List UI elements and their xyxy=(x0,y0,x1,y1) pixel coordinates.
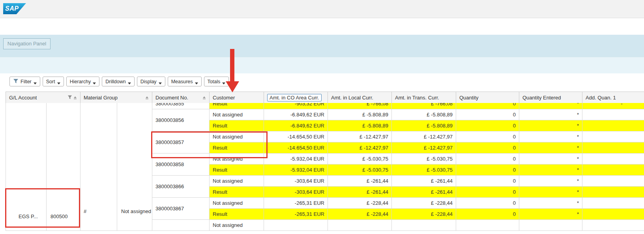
cell-quantity[interactable] xyxy=(456,220,519,231)
cell-quantity[interactable]: 0 xyxy=(456,142,519,154)
cell-document-no[interactable] xyxy=(152,220,210,231)
cell-amt-local[interactable]: £ -5.808,89 xyxy=(328,120,392,131)
cell-add-quan[interactable] xyxy=(582,131,644,142)
cell-quantity-entered[interactable]: * xyxy=(519,109,582,120)
cell-add-quan[interactable] xyxy=(582,209,644,220)
cell-quantity[interactable]: 0 xyxy=(456,187,519,198)
navigation-panel-button[interactable]: Navigation Panel xyxy=(3,38,51,49)
cell-amt-trans[interactable]: £ -5.030,75 xyxy=(392,165,456,176)
cell-gl-account-name[interactable]: EGS P... xyxy=(6,103,47,231)
cell-quantity-entered[interactable]: * xyxy=(519,209,582,220)
cell-document-no[interactable]: 3800003866 xyxy=(152,176,210,198)
cell-amt-co[interactable]: -14.654,50 EUR xyxy=(264,131,328,142)
cell-amt-trans[interactable]: £ -766,08 xyxy=(392,103,456,109)
hierarchy-button[interactable]: Hierarchy xyxy=(66,77,100,86)
filter-button[interactable]: Filter xyxy=(9,77,40,86)
cell-quantity-entered[interactable] xyxy=(519,220,582,231)
cell-quantity[interactable]: 0 xyxy=(456,120,519,131)
cell-add-quan[interactable] xyxy=(582,220,644,231)
cell-amt-co[interactable]: -14.654,50 EUR xyxy=(264,142,328,154)
cell-amt-co[interactable]: -265,31 EUR xyxy=(264,209,328,220)
cell-quantity[interactable]: 0 xyxy=(456,176,519,187)
cell-add-quan[interactable]: - xyxy=(582,103,644,109)
cell-add-quan[interactable] xyxy=(582,176,644,187)
cell-quantity[interactable]: 0 xyxy=(456,154,519,165)
cell-document-no[interactable]: 3800003858 xyxy=(152,154,210,176)
cell-quantity-entered[interactable]: * xyxy=(519,103,582,109)
cell-document-no[interactable]: 3800003857 xyxy=(152,131,210,154)
cell-amt-co[interactable]: -5.932,04 EUR xyxy=(264,165,328,176)
cell-document-no[interactable]: 3800003867 xyxy=(152,198,210,220)
cell-document-no[interactable]: 3800003855 xyxy=(152,103,210,109)
column-header-amt-local[interactable]: Amt. in Local Curr. xyxy=(328,92,392,103)
cell-customer[interactable]: Not assigned xyxy=(210,154,264,165)
drilldown-button[interactable]: Drilldown xyxy=(102,77,134,86)
cell-quantity-entered[interactable]: * xyxy=(519,198,582,209)
cell-amt-local[interactable]: £ -12.427,97 xyxy=(328,142,392,154)
cell-add-quan[interactable] xyxy=(582,187,644,198)
cell-amt-trans[interactable]: £ -5.030,75 xyxy=(392,154,456,165)
cell-amt-trans[interactable]: £ -5.808,89 xyxy=(392,120,456,131)
cell-quantity-entered[interactable]: * xyxy=(519,154,582,165)
cell-customer[interactable]: Result xyxy=(210,165,264,176)
cell-amt-trans[interactable]: £ -228,44 xyxy=(392,209,456,220)
cell-quantity-entered[interactable]: * xyxy=(519,176,582,187)
cell-amt-trans[interactable]: £ -228,44 xyxy=(392,198,456,209)
cell-quantity-entered[interactable]: * xyxy=(519,131,582,142)
cell-amt-trans[interactable]: £ -12.427,97 xyxy=(392,142,456,154)
column-header-gl-account[interactable]: G/L Account xyxy=(6,92,80,103)
display-button[interactable]: Display xyxy=(137,77,165,86)
cell-amt-co[interactable]: -6.849,62 EUR xyxy=(264,120,328,131)
cell-customer[interactable]: Not assigned xyxy=(210,176,264,187)
cell-material-group-text[interactable]: Not assigned xyxy=(117,103,152,231)
cell-amt-co[interactable]: -303,64 EUR xyxy=(264,187,328,198)
cell-amt-local[interactable]: £ -228,44 xyxy=(328,209,392,220)
cell-customer[interactable]: Result xyxy=(210,209,264,220)
cell-quantity-entered[interactable]: * xyxy=(519,120,582,131)
cell-customer[interactable]: Result xyxy=(210,120,264,131)
cell-material-group-key[interactable]: # xyxy=(80,103,117,231)
cell-amt-trans[interactable]: £ -12.427,97 xyxy=(392,131,456,142)
totals-button[interactable]: Totals xyxy=(204,77,229,86)
cell-amt-local[interactable]: £ -261,44 xyxy=(328,176,392,187)
cell-quantity-entered[interactable]: * xyxy=(519,142,582,154)
cell-add-quan[interactable] xyxy=(582,120,644,131)
cell-amt-local[interactable]: £ -5.808,89 xyxy=(328,109,392,120)
cell-amt-trans[interactable] xyxy=(392,220,456,231)
column-header-material-group[interactable]: Material Group xyxy=(80,92,152,103)
cell-amt-local[interactable]: £ -228,44 xyxy=(328,198,392,209)
column-header-amt-trans[interactable]: Amt. in Trans. Curr. xyxy=(392,92,456,103)
cell-add-quan[interactable] xyxy=(582,198,644,209)
cell-customer[interactable]: Not assigned xyxy=(210,109,264,120)
cell-gl-account-number[interactable]: 800500 xyxy=(47,103,80,231)
cell-quantity[interactable]: 0 xyxy=(456,165,519,176)
cell-amt-co[interactable]: -5.932,04 EUR xyxy=(264,154,328,165)
cell-amt-local[interactable]: £ -766,08 xyxy=(328,103,392,109)
cell-amt-trans[interactable]: £ -261,44 xyxy=(392,187,456,198)
cell-quantity[interactable]: 0 xyxy=(456,109,519,120)
cell-amt-co[interactable]: -6.849,62 EUR xyxy=(264,109,328,120)
cell-amt-trans[interactable]: £ -5.808,89 xyxy=(392,109,456,120)
cell-customer[interactable]: Result xyxy=(210,142,264,154)
cell-customer[interactable]: Not assigned xyxy=(210,198,264,209)
cell-amt-co[interactable]: -265,31 EUR xyxy=(264,198,328,209)
cell-amt-co[interactable]: -303,64 EUR xyxy=(264,176,328,187)
cell-quantity-entered[interactable]: * xyxy=(519,187,582,198)
cell-amt-local[interactable]: £ -261,44 xyxy=(328,187,392,198)
measures-button[interactable]: Measures xyxy=(168,77,202,86)
cell-amt-local[interactable]: £ -5.030,75 xyxy=(328,165,392,176)
column-header-amt-co-area[interactable]: Amt. in CO Area Curr. xyxy=(264,92,328,103)
cell-amt-co[interactable]: -903,32 EUR xyxy=(264,103,328,109)
cell-customer[interactable]: Not assigned xyxy=(210,131,264,142)
cell-quantity[interactable]: 0 xyxy=(456,209,519,220)
cell-amt-local[interactable]: £ -12.427,97 xyxy=(328,131,392,142)
header-filter-icon[interactable] xyxy=(67,95,72,101)
cell-quantity-entered[interactable]: * xyxy=(519,165,582,176)
cell-amt-local[interactable] xyxy=(328,220,392,231)
column-header-quantity[interactable]: Quantity xyxy=(456,92,519,103)
cell-document-no[interactable]: 3800003856 xyxy=(152,109,210,131)
cell-quantity[interactable]: 0 xyxy=(456,198,519,209)
cell-amt-co[interactable] xyxy=(264,220,328,231)
cell-add-quan[interactable] xyxy=(582,109,644,120)
column-header-quantity-entered[interactable]: Quantity Entered xyxy=(519,92,582,103)
